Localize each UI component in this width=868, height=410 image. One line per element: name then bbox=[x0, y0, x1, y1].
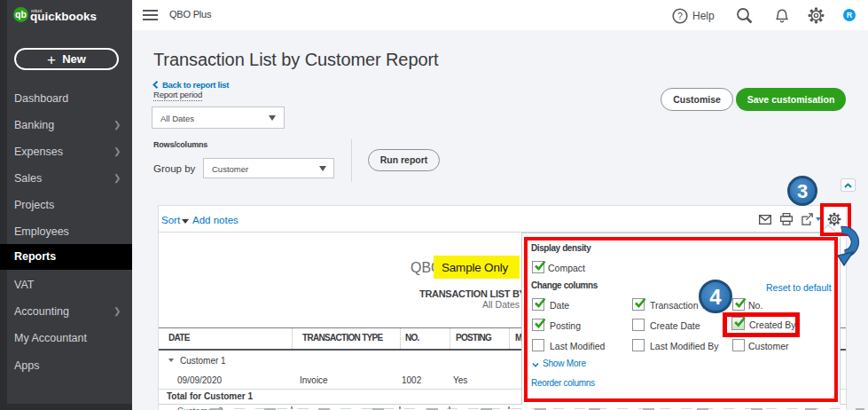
svg-text:quickbooks: quickbooks bbox=[30, 10, 97, 23]
svg-text:?: ? bbox=[677, 11, 683, 21]
svg-text:qb: qb bbox=[15, 9, 27, 20]
